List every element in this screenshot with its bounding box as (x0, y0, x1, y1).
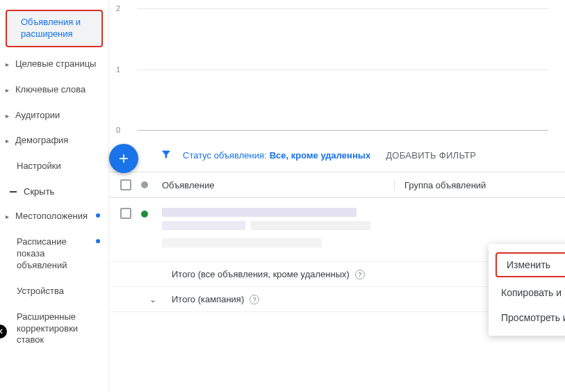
row-checkbox[interactable] (120, 208, 131, 219)
sidebar-item-label: Расширенные корректировки ставок (17, 311, 100, 347)
redacted-text (162, 208, 357, 217)
add-filter-button[interactable]: ДОБАВИТЬ ФИЛЬТР (386, 150, 476, 161)
sidebar-item-bid-adjustments[interactable]: Расширенные корректировки ставок (0, 304, 108, 354)
sidebar-item-label: Настройки (17, 161, 100, 172)
context-menu-edit[interactable]: Изменить (496, 252, 565, 277)
chevron-right-icon: ▸ (6, 60, 15, 69)
filter-status-label[interactable]: Статус объявления: (183, 150, 267, 161)
filter-status-value[interactable]: Все, кроме удаленных (270, 150, 371, 161)
column-header-ad[interactable]: Объявление (162, 180, 394, 190)
y-axis-tick: 0 (116, 126, 120, 134)
status-column-icon[interactable] (141, 181, 148, 188)
add-button[interactable]: + (109, 144, 138, 173)
main-content: 2 1 0 + Статус объявления: Все, кроме уд… (109, 0, 565, 392)
chart-gridline (137, 8, 548, 9)
indicator-dot-icon (96, 239, 100, 243)
context-menu-copy-edit[interactable]: Копировать и изменить (489, 280, 565, 305)
select-all-checkbox[interactable] (120, 179, 131, 190)
sidebar-item-label: Местоположения (15, 211, 96, 222)
table-header: Объявление Группа объявлений (109, 172, 565, 198)
chevron-down-icon: ⌄ (149, 295, 156, 304)
sidebar-item-label: Целевые страницы (15, 58, 100, 70)
summary-label: Итого (все объявления, кроме удаленных) (172, 269, 350, 279)
plus-icon: + (119, 149, 129, 168)
sidebar-item-locations[interactable]: ▸ Местоположения (0, 204, 108, 229)
context-menu: Изменить Копировать и изменить Просмотре… (489, 244, 565, 336)
indicator-dot-icon (96, 213, 100, 218)
sidebar-item-label: Аудитории (15, 110, 100, 122)
y-axis-tick: 1 (116, 65, 120, 74)
sidebar-item-keywords[interactable]: ▸ Ключевые слова (0, 77, 108, 103)
sidebar-item-label: Объявления и расширения (21, 17, 95, 40)
sidebar-item-label: Ключевые слова (15, 84, 100, 96)
chart-gridline (137, 70, 548, 70)
ad-preview (162, 208, 370, 252)
sidebar-item-audiences[interactable]: ▸ Аудитории (0, 103, 108, 129)
help-icon[interactable]: ? (249, 295, 259, 304)
sidebar-item-label: Демография (15, 135, 100, 147)
menu-item-label: Копировать и изменить (501, 287, 565, 298)
sidebar-item-devices[interactable]: Устройства (0, 279, 108, 304)
redacted-text (162, 238, 322, 247)
chevron-right-icon: ▸ (6, 212, 15, 221)
sidebar-item-demographics[interactable]: ▸ Демография (0, 128, 108, 154)
redacted-text (251, 221, 370, 230)
menu-item-label: Изменить (507, 259, 550, 270)
filter-icon[interactable] (161, 149, 172, 162)
sidebar-collapse-toggle[interactable]: Скрыть (0, 179, 108, 204)
chevron-right-icon: ▸ (6, 136, 15, 145)
filter-bar: Статус объявления: Все, кроме удаленных … (109, 139, 565, 172)
menu-item-label: Просмотреть историю версий (501, 312, 565, 323)
status-enabled-icon (141, 211, 148, 218)
chevron-right-icon: ▸ (6, 85, 15, 95)
sidebar: Объявления и расширения ▸ Целевые страни… (0, 0, 109, 392)
sidebar-collapse-label: Скрыть (24, 186, 54, 197)
chevron-right-icon: ▸ (6, 111, 15, 120)
context-menu-history[interactable]: Просмотреть историю версий (489, 305, 565, 330)
chart-axis (137, 130, 548, 131)
summary-label: Итого (кампания) (172, 294, 244, 304)
sidebar-item-label: Расписание показа объявлений (17, 236, 96, 272)
sidebar-item-ads-extensions[interactable]: Объявления и расширения (6, 10, 103, 47)
column-header-group[interactable]: Группа объявлений (394, 180, 565, 190)
sidebar-item-landing-pages[interactable]: ▸ Целевые страницы (0, 51, 108, 77)
sidebar-item-ad-schedule[interactable]: Расписание показа объявлений (0, 229, 108, 279)
minus-icon (10, 191, 17, 193)
redacted-text (162, 221, 245, 230)
y-axis-tick: 2 (116, 4, 120, 13)
help-icon[interactable]: ? (355, 270, 365, 279)
chart-area: 2 1 0 (109, 0, 565, 139)
sidebar-item-label: Устройства (17, 286, 100, 297)
sidebar-item-settings[interactable]: Настройки (0, 154, 108, 179)
